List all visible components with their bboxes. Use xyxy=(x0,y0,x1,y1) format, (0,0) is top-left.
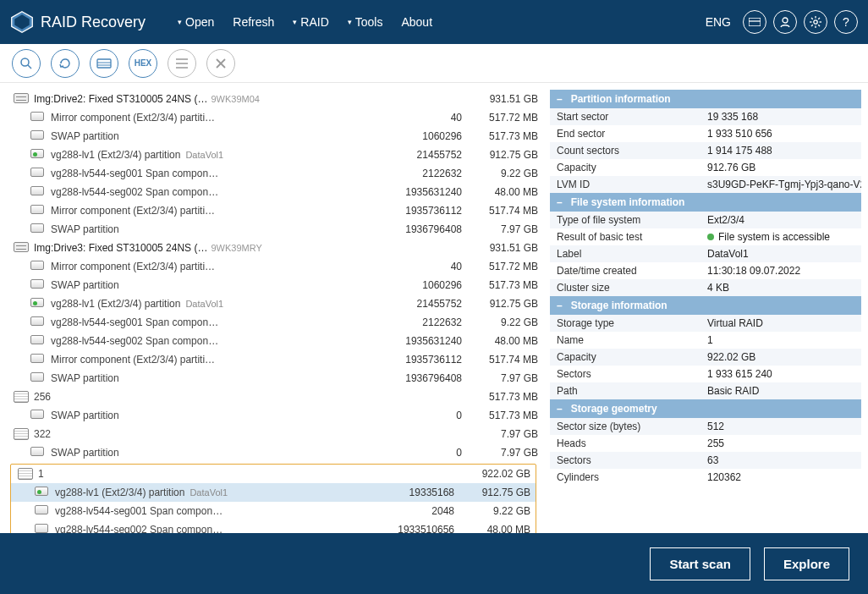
partition-row[interactable]: vg288-lv1 (Ext2/3/4) partitionDataVol119… xyxy=(11,483,536,502)
storage-tree[interactable]: Img:Drive2: Fixed ST310005 24NS (…9WK39M… xyxy=(0,83,547,533)
card-icon[interactable] xyxy=(743,10,766,34)
partition-row[interactable]: vg288-lv544-seg002 Span compon…193563124… xyxy=(7,183,543,201)
partition-row[interactable]: vg288-lv544-seg001 Span compon…20489.22 … xyxy=(11,502,536,520)
info-key: Capacity xyxy=(550,162,707,173)
partition-row[interactable]: vg288-lv544-seg002 Span compon…193351065… xyxy=(11,520,536,533)
info-value: Ext2/3/4 xyxy=(707,214,861,226)
row-size: 922.02 GB xyxy=(470,468,530,480)
row-name: 256 xyxy=(34,391,51,403)
close-button[interactable] xyxy=(206,49,235,78)
info-key: LVM ID xyxy=(550,179,707,190)
raid-row[interactable]: 3227.97 GB xyxy=(7,425,543,443)
explore-button[interactable]: Explore xyxy=(764,547,849,580)
info-value: DataVol1 xyxy=(707,248,861,260)
start-scan-button[interactable]: Start scan xyxy=(650,547,750,580)
info-key: End sector xyxy=(550,128,707,140)
partition-icon xyxy=(30,410,46,421)
refresh-button[interactable] xyxy=(51,49,80,78)
build-raid-button[interactable] xyxy=(90,49,118,78)
info-key: Label xyxy=(550,248,707,260)
partition-row[interactable]: SWAP partition19367964087.97 GB xyxy=(7,220,543,239)
info-section-header[interactable]: –Storage information xyxy=(550,296,861,315)
info-section-header[interactable]: –Storage geometry xyxy=(550,399,861,418)
row-start: 2122632 xyxy=(299,168,477,179)
partition-row[interactable]: SWAP partition19367964087.97 GB xyxy=(7,369,543,388)
help-icon[interactable]: ? xyxy=(834,10,858,34)
row-size: 48.00 MB xyxy=(470,524,530,533)
drive-row[interactable]: Img:Drive3: Fixed ST310005 24NS (…9WK39M… xyxy=(7,239,543,257)
menu-refresh[interactable]: Refresh xyxy=(226,12,281,32)
hex-view-button[interactable]: HEX xyxy=(129,49,157,78)
collapse-icon: – xyxy=(557,300,563,311)
partition-icon xyxy=(35,487,50,498)
row-size: 7.97 GB xyxy=(477,447,538,459)
partition-row[interactable]: Mirror component (Ext2/3/4) partiti…4051… xyxy=(7,108,543,127)
info-key: Sectors xyxy=(550,368,707,380)
info-row: Sectors1 933 615 240 xyxy=(550,366,861,382)
info-key: Type of file system xyxy=(550,214,707,226)
row-start: 1935631240 xyxy=(299,186,477,198)
row-size: 7.97 GB xyxy=(477,223,538,235)
row-name: vg288-lv1 (Ext2/3/4) partition xyxy=(51,298,180,310)
status-ok-icon xyxy=(707,234,714,240)
info-key: Capacity xyxy=(550,351,707,363)
info-row: Date/time created11:30:18 09.07.2022 xyxy=(550,262,861,279)
partition-row[interactable]: SWAP partition1060296517.73 MB xyxy=(7,276,543,294)
row-name: vg288-lv544-seg001 Span compon… xyxy=(51,168,218,179)
menu-about[interactable]: About xyxy=(394,12,439,32)
row-name: SWAP partition xyxy=(51,372,119,384)
info-section-header[interactable]: –Partition information xyxy=(550,90,861,108)
partition-row[interactable]: SWAP partition1060296517.73 MB xyxy=(7,127,543,146)
info-key: Result of basic test xyxy=(550,231,707,243)
user-icon[interactable] xyxy=(773,10,797,34)
row-name: vg288-lv1 (Ext2/3/4) partition xyxy=(51,149,180,161)
toolbar: HEX xyxy=(0,44,868,83)
info-value: 1 933 615 240 xyxy=(707,368,861,380)
partition-icon xyxy=(30,316,46,328)
settings-icon[interactable] xyxy=(804,10,827,34)
row-start: 1933510656 xyxy=(304,524,470,533)
partition-row[interactable]: vg288-lv544-seg001 Span compon…21226329.… xyxy=(7,313,543,332)
row-start: 1935631240 xyxy=(299,335,477,347)
info-row: Heads255 xyxy=(550,435,861,452)
partition-row[interactable]: vg288-lv1 (Ext2/3/4) partitionDataVol121… xyxy=(7,294,543,313)
partition-row[interactable]: Mirror component (Ext2/3/4) partiti…1935… xyxy=(7,350,543,369)
row-name: vg288-lv544-seg001 Span compon… xyxy=(55,505,222,517)
info-key: Name xyxy=(550,334,707,346)
menu-open[interactable]: ▾Open xyxy=(171,12,221,32)
partition-icon xyxy=(30,186,46,198)
language-selector[interactable]: ENG xyxy=(706,15,731,29)
partition-icon xyxy=(30,279,46,291)
row-size: 912.75 GB xyxy=(477,149,538,161)
info-value: 19 335 168 xyxy=(707,111,861,123)
drive-row[interactable]: Img:Drive2: Fixed ST310005 24NS (…9WK39M… xyxy=(7,90,543,108)
partition-row[interactable]: Mirror component (Ext2/3/4) partiti…4051… xyxy=(7,257,543,276)
raid-row[interactable]: 256517.73 MB xyxy=(7,388,543,406)
menu-tools[interactable]: ▾Tools xyxy=(341,12,390,32)
info-row: Start sector19 335 168 xyxy=(550,108,861,125)
find-button[interactable] xyxy=(12,49,41,78)
row-size: 517.72 MB xyxy=(477,261,538,272)
partition-row[interactable]: SWAP partition0517.73 MB xyxy=(7,406,543,425)
menu-raid[interactable]: ▾RAID xyxy=(286,12,335,32)
info-value: 512 xyxy=(707,421,861,432)
row-size: 517.73 MB xyxy=(477,279,538,291)
partition-row[interactable]: Mirror component (Ext2/3/4) partiti…1935… xyxy=(7,201,543,220)
raid-row[interactable]: 1922.02 GB xyxy=(11,465,536,483)
row-name: vg288-lv544-seg002 Span compon… xyxy=(55,524,222,533)
partition-row[interactable]: vg288-lv544-seg001 Span compon…21226329.… xyxy=(7,164,543,183)
info-value: 255 xyxy=(707,437,861,449)
list-view-button[interactable] xyxy=(168,49,196,78)
row-size: 931.51 GB xyxy=(477,93,538,105)
partition-row[interactable]: vg288-lv1 (Ext2/3/4) partitionDataVol121… xyxy=(7,146,543,164)
row-start: 19335168 xyxy=(266,487,470,498)
row-name: Img:Drive3: Fixed ST310005 24NS (… xyxy=(34,242,207,254)
partition-icon xyxy=(30,447,46,459)
info-key: Storage type xyxy=(550,317,707,329)
svg-line-13 xyxy=(818,18,820,19)
info-section-header[interactable]: –File system information xyxy=(550,193,861,212)
partition-row[interactable]: SWAP partition07.97 GB xyxy=(7,443,543,462)
partition-row[interactable]: vg288-lv544-seg002 Span compon…193563124… xyxy=(7,332,543,350)
row-label: DataVol1 xyxy=(190,487,266,498)
partition-icon xyxy=(35,505,50,517)
